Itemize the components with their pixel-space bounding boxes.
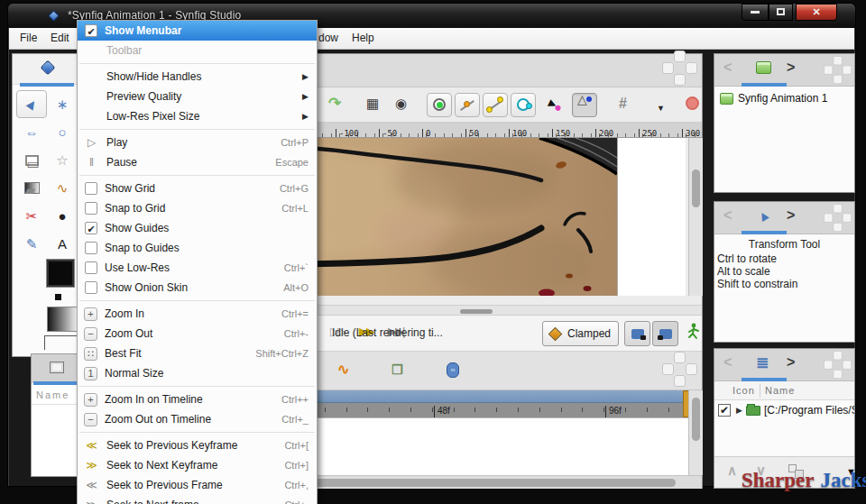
tab-scroll-right-icon[interactable]: > xyxy=(787,207,795,224)
grid-toggle-icon[interactable]: # xyxy=(619,95,627,113)
draw-tool[interactable]: ✎ xyxy=(16,230,47,258)
curves-icon[interactable]: ∿ xyxy=(337,362,349,378)
toggle-angle-handles[interactable]: △ xyxy=(572,93,597,117)
toggle-radius-handles[interactable] xyxy=(511,93,536,117)
star-tool[interactable]: ☆ xyxy=(47,146,78,174)
transform-tool[interactable]: ► xyxy=(16,90,47,118)
menu-item-seek-next-keyframe[interactable]: ≫ Seek to Next Keyframe Ctrl+] xyxy=(78,455,317,475)
menu-item[interactable] xyxy=(78,298,317,304)
toggle-tangent-handles[interactable] xyxy=(483,93,508,117)
menu-item-zoom-out-timeline[interactable]: − Zoom Out on Timeline Ctrl+_ xyxy=(78,409,317,429)
cutout-tool[interactable]: ✂ xyxy=(16,202,47,230)
default-interpolation-button[interactable]: Clamped xyxy=(542,321,619,346)
menu-item-show-grid[interactable]: Show Grid Ctrl+G xyxy=(78,179,317,198)
menu-item-show-menubar[interactable]: ✔ Show Menubar xyxy=(78,21,317,41)
menu-edit[interactable]: Edit xyxy=(51,32,69,44)
toolbox-tab[interactable] xyxy=(13,54,82,85)
menu-item-zoom-in-timeline[interactable]: + Zoom In on Timeline Ctrl++ xyxy=(78,389,317,409)
menu-window-partial[interactable]: dow xyxy=(318,32,338,44)
canvas-item-label: Synfig Animation 1 xyxy=(738,92,827,105)
toolbox-panel: ► ∗ ⇔ ○ xyxy=(12,53,83,357)
maximize-button[interactable] xyxy=(769,4,793,21)
zoom-in-icon: + xyxy=(84,307,97,321)
render-options-icon[interactable]: ▦ xyxy=(366,95,379,113)
render-indicator xyxy=(686,96,699,110)
tab-scroll-right-icon[interactable]: > xyxy=(787,354,795,371)
row-expander-icon[interactable]: ▶ xyxy=(736,406,742,415)
seek-next-keyframe-icon: ≫ xyxy=(84,459,99,472)
menu-item-snap-to-guides[interactable]: Snap to Guides xyxy=(78,238,317,258)
width-handle-icon[interactable]: ► xyxy=(543,93,562,115)
spline-tool[interactable]: ∿ xyxy=(47,174,78,202)
toggle-vertex-handles[interactable] xyxy=(455,93,480,117)
keyframes-list[interactable] xyxy=(32,405,82,476)
icon-column-header[interactable]: Icon xyxy=(732,385,755,396)
library-row[interactable]: ✔ ▶ [C:/Program Files/Sy xyxy=(716,403,854,421)
menu-item-show-hide-handles[interactable]: Show/Hide Handles xyxy=(78,67,317,87)
paste-keyframes-icon[interactable]: ❒ xyxy=(392,362,403,378)
redo-icon[interactable]: ↷ xyxy=(328,95,341,113)
watermark-second-word: Jacks xyxy=(821,469,866,491)
minimize-button[interactable] xyxy=(742,4,769,21)
menu-item-toolbar[interactable]: Toolbar xyxy=(78,41,317,60)
menu-item-use-low-res[interactable]: Use Low-Res Ctrl+` xyxy=(78,258,317,278)
name-column-header[interactable]: Name xyxy=(765,385,795,396)
row-checkbox[interactable]: ✔ xyxy=(718,404,731,417)
menu-item-show-guides[interactable]: ✔ Show Guides xyxy=(78,218,317,238)
meta-data-icon[interactable]: ‹› xyxy=(447,362,459,378)
keyframes-tab-bar[interactable] xyxy=(32,354,82,383)
toggle-position-handles[interactable] xyxy=(427,93,452,117)
grid-dropdown-arrow[interactable]: ▼ xyxy=(657,99,665,117)
outline-color-swatch[interactable] xyxy=(47,260,74,287)
tab-scroll-left-icon[interactable]: < xyxy=(723,60,732,76)
bone-setup-icon[interactable] xyxy=(686,323,700,343)
tool-hint: Shift to constrain xyxy=(717,278,797,290)
library-tab-icon[interactable]: ≣ xyxy=(756,356,769,371)
menu-item-zoom-out[interactable]: − Zoom Out Ctrl+- xyxy=(78,324,317,344)
lock-past-keyframe-button[interactable] xyxy=(624,321,650,346)
menu-item-zoom-in[interactable]: + Zoom In Ctrl+= xyxy=(78,304,317,324)
canvas-vertical-scrollbar[interactable] xyxy=(688,138,703,296)
close-button[interactable]: ✕ xyxy=(796,4,837,21)
menu-item-pause[interactable]: ‖ Pause Escape xyxy=(78,152,317,172)
smooth-move-tool[interactable]: ∗ xyxy=(47,90,78,118)
timetrack-vertical-scrollbar[interactable] xyxy=(688,390,703,475)
menu-help[interactable]: Help xyxy=(352,32,374,44)
tab-scroll-left-icon[interactable]: < xyxy=(723,354,732,371)
menu-item[interactable] xyxy=(78,383,317,389)
menu-item-snap-to-grid[interactable]: Snap to Grid Ctrl+L xyxy=(78,198,317,218)
menu-item-normal-size[interactable]: 1 Normal Size xyxy=(78,363,317,383)
circle-tool[interactable]: ○ xyxy=(47,118,78,146)
mirror-tool[interactable]: ⇔ xyxy=(16,118,47,146)
tool-options-tab-icon[interactable]: ► xyxy=(752,207,772,226)
seek-next-frame-icon: ≫ xyxy=(84,499,99,504)
menu-item-low-res-pixel-size[interactable]: Low-Res Pixel Size xyxy=(78,106,317,126)
keyframes-name-column-header[interactable]: Name xyxy=(32,385,82,405)
menu-item-best-fit[interactable]: ∷ Best Fit Shift+Ctrl+Z xyxy=(78,344,317,363)
menu-item[interactable] xyxy=(78,429,317,435)
tab-scroll-right-icon[interactable]: > xyxy=(787,60,795,76)
rectangle-tool[interactable]: ▭ xyxy=(16,146,47,174)
menu-item[interactable] xyxy=(78,60,317,67)
menu-item-show-onion-skin[interactable]: Show Onion Skin Alt+O xyxy=(78,278,317,298)
menu-item[interactable] xyxy=(78,172,317,179)
menu-item-seek-next-frame[interactable]: ≫ Seek to Next frame Ctrl+. xyxy=(78,495,317,504)
menu-item-play[interactable]: ▷ Play Ctrl+P xyxy=(78,133,317,152)
gradient-swatch[interactable] xyxy=(47,307,78,332)
text-tool[interactable]: A xyxy=(47,230,78,258)
canvas-browser-tab-icon[interactable] xyxy=(756,61,771,74)
menu-file[interactable]: File xyxy=(20,32,37,44)
menu-item-seek-prev-keyframe[interactable]: ≪ Seek to Previous Keyframe Ctrl+[ xyxy=(78,435,317,455)
gradient-tool[interactable]: ▰ xyxy=(16,174,47,202)
menu-item-seek-prev-frame[interactable]: ≪ Seek to Previous Frame Ctrl+, xyxy=(78,475,317,495)
preview-icon[interactable]: ◉ xyxy=(395,95,407,113)
move-up-icon[interactable]: ∧ xyxy=(727,463,737,479)
divider-grip[interactable] xyxy=(460,309,493,314)
watermark-first-word: Sharper xyxy=(742,469,815,491)
lock-future-keyframe-button[interactable] xyxy=(652,321,678,346)
menu-item[interactable] xyxy=(78,126,317,133)
tab-scroll-left-icon[interactable]: < xyxy=(723,207,732,224)
menu-item-preview-quality[interactable]: Preview Quality xyxy=(78,87,317,106)
best-fit-icon: ∷ xyxy=(84,347,97,361)
fill-tool[interactable]: ● xyxy=(47,202,78,230)
